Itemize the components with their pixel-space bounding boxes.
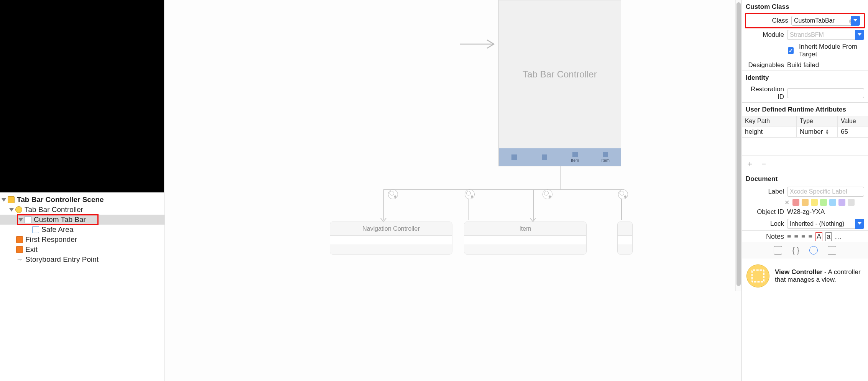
lock-dropdown-button[interactable] [855, 219, 864, 229]
designables-value: Build failed [787, 61, 819, 69]
label: Module [746, 31, 784, 39]
color-swatch[interactable] [811, 199, 818, 206]
outline-row[interactable]: First Responder [0, 235, 164, 245]
child-scene[interactable]: Item [464, 222, 587, 255]
restoration-id-row: Restoration ID [742, 84, 868, 102]
label: Class [750, 17, 788, 25]
storyboard-canvas[interactable]: Tab Bar Controller Item Item Navigation … [165, 0, 741, 381]
align-center-icon[interactable]: ≡ [794, 233, 799, 241]
align-left-icon[interactable]: ≡ [787, 233, 791, 241]
tab-item[interactable]: Item [594, 152, 617, 163]
outline-row-label: Custom Tab Bar [34, 215, 86, 224]
disclosure-triangle-icon[interactable] [18, 218, 23, 222]
type-cell[interactable]: Number▲▼ [797, 126, 838, 137]
vertical-scrollbar[interactable] [735, 0, 741, 291]
outline-row[interactable]: → Storyboard Entry Point [0, 255, 164, 264]
label-color-swatches: ✕ [783, 198, 868, 207]
inherit-module-checkbox[interactable] [788, 47, 794, 54]
table-header: Value [838, 116, 868, 126]
lock-row: Lock Inherited - (Nothing) [742, 217, 868, 230]
object-library-tab-icon[interactable] [809, 246, 818, 255]
align-justify-icon[interactable]: ≡ [809, 233, 813, 241]
outline-row[interactable]: Tab Bar Controller [0, 205, 164, 215]
library-tabstrip: { } [742, 243, 868, 258]
square-icon [572, 152, 578, 157]
object-id-row: Object ID W28-zg-YXA [742, 207, 868, 217]
child-scene[interactable]: Navigation Controller [330, 222, 452, 255]
table-header: Key Path [742, 116, 797, 126]
color-a-icon[interactable]: A [815, 232, 822, 241]
disclosure-triangle-icon[interactable] [9, 208, 14, 212]
module-dropdown-button[interactable] [855, 30, 864, 40]
outline-row-label: First Responder [25, 235, 77, 244]
module-input[interactable]: StrandsBFM [787, 30, 861, 40]
label-input[interactable]: Xcode Specific Label [787, 187, 864, 197]
square-icon [603, 152, 608, 157]
keypath-cell[interactable]: height [742, 126, 797, 137]
segue-line [533, 189, 534, 220]
tab-item[interactable] [533, 154, 556, 160]
viewcontroller-icon [15, 206, 22, 213]
color-swatch[interactable] [802, 199, 809, 206]
file-template-tab-icon[interactable] [774, 246, 782, 255]
child-scene-title: Navigation Controller [362, 225, 419, 232]
tab-item[interactable]: Item [564, 152, 587, 163]
inherit-module-row: Inherit Module From Target [742, 41, 868, 60]
left-panel: Tab Bar Controller Scene Tab Bar Control… [0, 0, 165, 381]
table-header: Type [797, 116, 838, 126]
tab-bar-controller-scene[interactable]: Tab Bar Controller Item Item [498, 0, 621, 166]
color-swatch[interactable] [848, 199, 855, 206]
segue-connector-icon[interactable] [542, 189, 552, 199]
stepper-icon[interactable]: ▲▼ [825, 129, 829, 135]
tab-bar[interactable]: Item Item [499, 148, 621, 166]
child-scene-clip[interactable] [617, 222, 633, 255]
class-dropdown-button[interactable] [851, 16, 860, 26]
label: Notes [746, 233, 784, 241]
value-cell[interactable]: 65 [838, 126, 868, 137]
class-input[interactable]: CustomTabBar◉ [791, 16, 857, 26]
segue-connector-icon[interactable] [388, 189, 398, 199]
entry-arrow-icon [460, 38, 498, 50]
outline-scene-row[interactable]: Tab Bar Controller Scene [0, 195, 164, 205]
section-header: Document [742, 172, 868, 185]
align-right-icon[interactable]: ≡ [801, 233, 806, 241]
library-item[interactable]: View Controller - A controller that mana… [742, 258, 868, 294]
restoration-id-input[interactable] [787, 88, 864, 98]
outline-row-label: Tab Bar Controller [25, 205, 83, 214]
color-swatch[interactable] [829, 199, 836, 206]
segue-line [560, 166, 561, 189]
segue-connector-icon[interactable] [465, 189, 475, 199]
module-field-row: Module StrandsBFM [742, 28, 868, 41]
disclosure-triangle-icon[interactable] [2, 198, 6, 202]
remove-button[interactable]: － [760, 158, 768, 169]
color-swatch[interactable] [838, 199, 845, 206]
tab-item[interactable] [503, 154, 526, 160]
media-library-tab-icon[interactable] [828, 246, 836, 255]
identity-inspector: Custom Class Class CustomTabBar◉ Module … [741, 0, 868, 381]
scrollbar-thumb[interactable] [736, 2, 741, 286]
class-field-row: Class CustomTabBar◉ [745, 13, 865, 28]
lock-select[interactable]: Inherited - (Nothing) [787, 219, 861, 229]
label: Object ID [746, 208, 784, 216]
scene-title: Tab Bar Controller [523, 69, 597, 80]
code-snippet-tab-icon[interactable]: { } [792, 246, 799, 255]
more-icon[interactable]: … [835, 233, 842, 241]
runtime-attributes-table[interactable]: Key Path Type Value height Number▲▼ 65 [742, 116, 868, 155]
segue-connector-icon[interactable] [618, 189, 628, 199]
viewcontroller-icon [746, 264, 769, 287]
scene-body: Tab Bar Controller [499, 0, 621, 148]
designables-row: Designables Build failed [742, 60, 868, 71]
outline-row-label: Storyboard Entry Point [25, 255, 99, 264]
outline-row-label: Safe Area [41, 225, 73, 234]
section-header: User Defined Runtime Attributes [742, 103, 868, 116]
outline-row[interactable]: Exit [0, 245, 164, 255]
outline-row-selected[interactable]: Custom Tab Bar [0, 215, 164, 225]
table-row[interactable]: height Number▲▼ 65 [742, 126, 868, 138]
document-outline[interactable]: Tab Bar Controller Scene Tab Bar Control… [0, 192, 164, 381]
color-swatch[interactable] [792, 199, 799, 206]
outline-row[interactable]: Safe Area [0, 225, 164, 235]
font-a-icon[interactable]: a [825, 232, 832, 241]
color-swatch[interactable] [820, 199, 827, 206]
clear-color-button[interactable]: ✕ [783, 199, 790, 206]
add-button[interactable]: ＋ [746, 158, 754, 169]
